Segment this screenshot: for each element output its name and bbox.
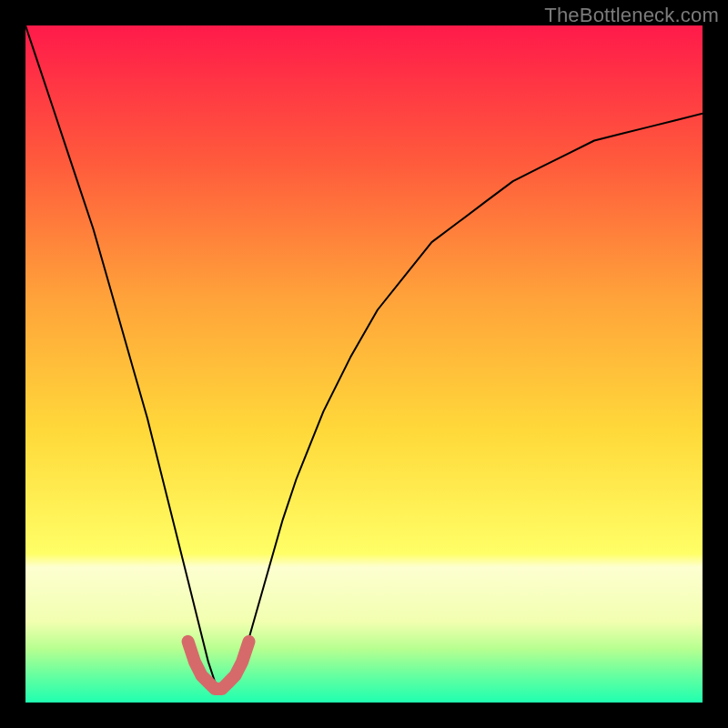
chart-frame [25, 25, 703, 703]
chart-canvas [25, 25, 703, 703]
watermark-text: TheBottleneck.com [544, 4, 719, 27]
chart-background [25, 25, 703, 703]
